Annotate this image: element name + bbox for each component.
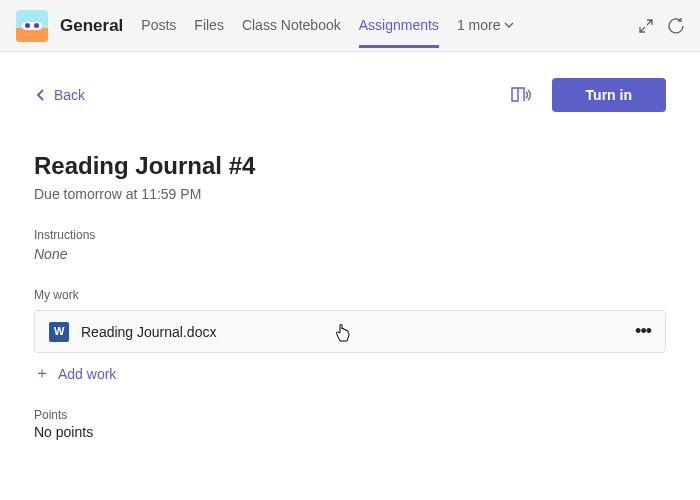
points-label: Points xyxy=(34,408,666,422)
turn-in-button[interactable]: Turn in xyxy=(552,78,666,112)
work-item-more-button[interactable]: ••• xyxy=(635,321,651,342)
channel-name[interactable]: General xyxy=(60,16,123,36)
right-actions: Turn in xyxy=(510,78,666,112)
back-label: Back xyxy=(54,87,85,103)
refresh-icon[interactable] xyxy=(668,18,684,34)
tab-posts[interactable]: Posts xyxy=(141,3,176,48)
tabs: Posts Files Class Notebook Assignments 1… xyxy=(141,3,638,48)
action-row: Back Turn in xyxy=(34,78,666,112)
tab-more[interactable]: 1 more xyxy=(457,3,515,48)
expand-icon[interactable] xyxy=(638,18,654,34)
tab-more-label: 1 more xyxy=(457,17,501,33)
mywork-label: My work xyxy=(34,288,666,302)
topbar: General Posts Files Class Notebook Assig… xyxy=(0,0,700,52)
work-item[interactable]: Reading Journal.docx ••• xyxy=(34,310,666,353)
tab-files[interactable]: Files xyxy=(194,3,224,48)
tab-assignments[interactable]: Assignments xyxy=(359,3,439,48)
top-actions xyxy=(638,18,684,34)
instructions-label: Instructions xyxy=(34,228,666,242)
word-doc-icon xyxy=(49,322,69,342)
tab-class-notebook[interactable]: Class Notebook xyxy=(242,3,341,48)
immersive-reader-icon[interactable] xyxy=(510,85,532,105)
add-work-button[interactable]: ＋ Add work xyxy=(34,363,666,384)
assignment-title: Reading Journal #4 xyxy=(34,152,666,180)
chevron-down-icon xyxy=(504,20,514,30)
chevron-left-icon xyxy=(34,88,48,102)
assignment-content: Back Turn in Reading Journal #4 Due tomo… xyxy=(0,52,700,450)
points-value: No points xyxy=(34,424,666,440)
plus-icon: ＋ xyxy=(34,363,50,384)
add-work-label: Add work xyxy=(58,366,116,382)
work-file-name: Reading Journal.docx xyxy=(81,324,635,340)
instructions-value: None xyxy=(34,246,666,262)
back-button[interactable]: Back xyxy=(34,87,85,103)
team-avatar[interactable] xyxy=(16,10,48,42)
assignment-due: Due tomorrow at 11:59 PM xyxy=(34,186,666,202)
